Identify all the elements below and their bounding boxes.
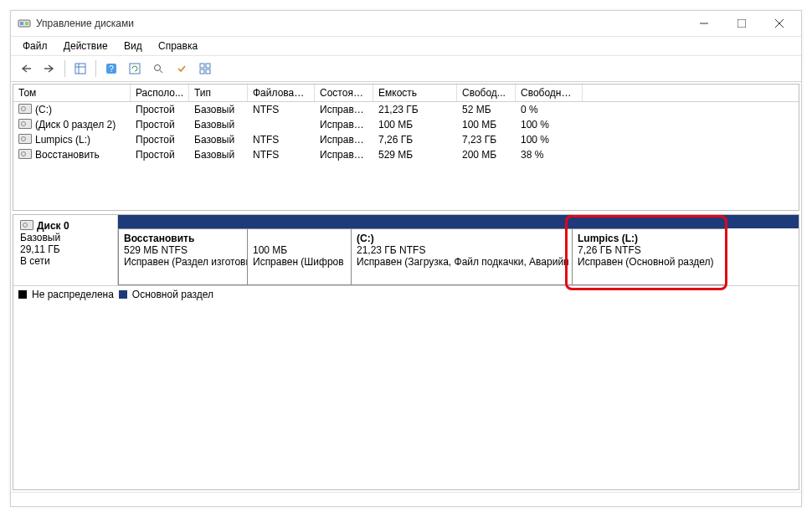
svg-text:?: ? <box>109 64 114 74</box>
minimize-button[interactable] <box>685 12 722 35</box>
col-layout[interactable]: Располо... <box>131 84 189 101</box>
search-button[interactable] <box>148 59 168 79</box>
col-freepct[interactable]: Свободно % <box>516 84 583 101</box>
table-row[interactable]: (Диск 0 раздел 2)ПростойБазовыйИсправен.… <box>13 117 799 132</box>
window-title: Управление дисками <box>36 18 685 29</box>
svg-rect-15 <box>200 64 204 68</box>
legend-primary: Основной раздел <box>132 289 213 300</box>
legend-swatch-unallocated <box>18 290 27 299</box>
legend-unallocated: Не распределена <box>32 289 114 300</box>
col-capacity[interactable]: Емкость <box>373 84 457 101</box>
table-row[interactable]: ВосстановитьПростойБазовыйNTFSИсправен..… <box>13 147 799 162</box>
partition-block[interactable]: 100 МБИсправен (Шифров <box>247 228 352 285</box>
close-button[interactable] <box>760 12 798 35</box>
col-free[interactable]: Свобод... <box>457 84 516 101</box>
svg-rect-1 <box>20 22 23 25</box>
disk-management-window: Управление дисками Файл Действие Вид Спр… <box>10 10 802 507</box>
svg-rect-16 <box>206 64 210 68</box>
menubar: Файл Действие Вид Справка <box>11 37 801 56</box>
legend: Не распределена Основной раздел <box>13 285 799 303</box>
volume-icon <box>18 149 32 159</box>
menu-help[interactable]: Справка <box>152 38 204 54</box>
col-type[interactable]: Тип <box>189 84 248 101</box>
statusbar <box>11 492 801 506</box>
svg-line-14 <box>160 70 162 73</box>
disk-size: 29,11 ГБ <box>20 243 60 255</box>
svg-rect-4 <box>737 19 746 28</box>
help-button[interactable]: ? <box>101 59 121 79</box>
volume-icon <box>18 104 32 114</box>
svg-point-13 <box>155 65 161 71</box>
menu-view[interactable]: Вид <box>117 38 149 54</box>
volume-list-header[interactable]: Том Располо... Тип Файловая с... Состоян… <box>13 84 799 102</box>
check-button[interactable] <box>172 59 192 79</box>
disk-info[interactable]: Диск 0 Базовый 29,11 ГБ В сети <box>13 215 118 285</box>
grid-icon[interactable] <box>195 59 215 79</box>
disk-state: В сети <box>20 255 50 267</box>
svg-rect-17 <box>200 69 204 74</box>
partition-block[interactable]: Lumpics (L:)7,26 ГБ NTFSИсправен (Основн… <box>572 228 727 285</box>
volume-icon <box>18 119 32 129</box>
svg-rect-7 <box>75 64 85 74</box>
col-fs[interactable]: Файловая с... <box>248 84 315 101</box>
disk-icon <box>20 220 33 230</box>
menu-file[interactable]: Файл <box>16 38 54 54</box>
partition-block[interactable]: Восстановить529 МБ NTFSИсправен (Раздел … <box>118 228 248 285</box>
view-list-button[interactable] <box>70 59 90 79</box>
partition-block[interactable]: (C:)21,23 ГБ NTFSИсправен (Загрузка, Фай… <box>351 228 573 285</box>
toolbar: ? <box>11 56 801 82</box>
disk-map: Диск 0 Базовый 29,11 ГБ В сети Восстанов… <box>13 214 799 490</box>
maximize-button[interactable] <box>722 12 760 35</box>
volume-icon <box>18 134 32 144</box>
titlebar[interactable]: Управление дисками <box>11 11 801 37</box>
table-row[interactable]: Lumpics (L:)ПростойБазовыйNTFSИсправен..… <box>13 132 799 147</box>
disk-name: Диск 0 <box>37 220 69 232</box>
col-status[interactable]: Состояние <box>315 84 373 101</box>
col-volume[interactable]: Том <box>13 84 131 101</box>
svg-rect-12 <box>130 64 140 74</box>
svg-rect-2 <box>25 22 28 25</box>
volume-list[interactable]: Том Располо... Тип Файловая с... Состоян… <box>13 84 799 211</box>
forward-button[interactable] <box>39 59 59 79</box>
app-icon <box>18 17 31 30</box>
refresh-button[interactable] <box>125 59 145 79</box>
disk-type: Базовый <box>20 232 60 243</box>
table-row[interactable]: (C:)ПростойБазовыйNTFSИсправен...21,23 Г… <box>13 102 799 117</box>
back-button[interactable] <box>16 59 36 79</box>
legend-swatch-primary <box>119 290 127 299</box>
svg-rect-18 <box>206 69 210 74</box>
menu-action[interactable]: Действие <box>57 38 115 54</box>
partition-stripe <box>118 215 799 228</box>
